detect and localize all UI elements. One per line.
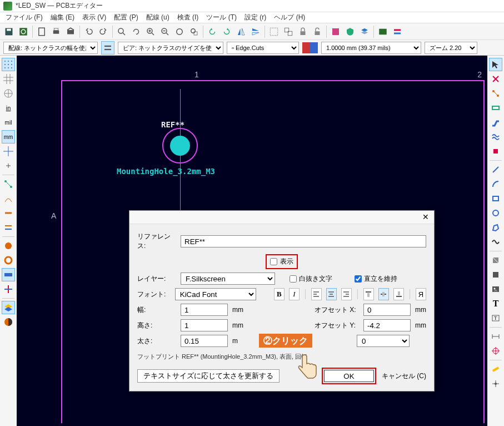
show-checkbox[interactable]	[270, 258, 277, 265]
draw-arc-icon[interactable]	[489, 177, 502, 191]
route-diff-icon[interactable]	[489, 130, 502, 143]
dialog-titlebar[interactable]: ✕	[129, 211, 434, 224]
units-mil-icon[interactable]: mil	[2, 116, 15, 129]
hide-layers-icon[interactable]	[391, 25, 404, 38]
ratsnest-curved-icon[interactable]	[2, 192, 15, 205]
menu-file[interactable]: ファイル (F)	[2, 12, 46, 23]
draw-circle-icon[interactable]	[489, 206, 502, 220]
units-in-icon[interactable]: in	[2, 101, 15, 115]
menu-view[interactable]: 表示 (V)	[79, 12, 109, 23]
unlock-icon[interactable]	[311, 25, 324, 38]
height-input[interactable]	[181, 319, 228, 331]
page-settings-icon[interactable]	[35, 25, 48, 38]
mirror-h-icon[interactable]	[234, 25, 248, 38]
plot-icon[interactable]	[64, 25, 77, 38]
print-icon[interactable]	[49, 25, 63, 38]
grid-override-icon[interactable]	[2, 72, 15, 86]
menu-tools[interactable]: ツール (T)	[203, 12, 240, 23]
valign-bot-button[interactable]	[393, 288, 404, 300]
knockout-checkbox-wrap[interactable]: 白抜き文字	[290, 274, 332, 284]
redo-icon[interactable]	[97, 25, 110, 38]
menu-place[interactable]: 配置 (P)	[111, 12, 141, 23]
set-origin-icon[interactable]	[489, 344, 502, 358]
menu-preferences[interactable]: 設定 (r)	[241, 12, 270, 23]
mirror-text-button[interactable]: Я	[416, 288, 426, 300]
valign-top-button[interactable]	[363, 288, 374, 300]
zoom-selection-icon[interactable]	[187, 25, 201, 38]
zoom-out-icon[interactable]	[158, 25, 172, 38]
draw-bezier-icon[interactable]	[489, 235, 502, 249]
local-ratsnest-icon[interactable]	[489, 87, 502, 100]
align-left-button[interactable]	[311, 288, 322, 300]
undo-icon[interactable]	[82, 25, 96, 38]
tune-length-icon[interactable]	[489, 145, 502, 158]
via-size-select[interactable]: ビア: ネットクラスのサイズを使用	[118, 42, 223, 54]
auto-thickness-button[interactable]: テキストサイズに応じて太さを更新する	[137, 369, 280, 383]
pad-display-icon[interactable]	[2, 239, 15, 252]
rotate-cw-icon[interactable]	[220, 25, 233, 38]
footprint-value-text[interactable]: MountingHole_3.2mm_M3	[117, 167, 215, 176]
refresh-icon[interactable]	[129, 25, 143, 38]
offsety-input[interactable]	[363, 319, 411, 331]
layer-select[interactable]: ▫ Edge.Cuts	[227, 42, 299, 54]
track-width-select[interactable]: 配線: ネットクラスの幅を使用	[3, 42, 98, 54]
mirror-v-icon[interactable]	[249, 25, 262, 38]
draw-line-icon[interactable]	[489, 163, 502, 176]
highlight-net-icon[interactable]	[489, 72, 502, 86]
group-icon[interactable]	[267, 25, 281, 38]
knockout-checkbox[interactable]	[290, 275, 297, 283]
board-setup-icon[interactable]	[17, 25, 30, 38]
bold-button[interactable]: B	[274, 288, 285, 300]
cursor-full-icon[interactable]	[2, 145, 15, 158]
add-text-icon[interactable]: T	[489, 297, 502, 310]
measure-icon[interactable]	[489, 363, 502, 376]
upright-checkbox[interactable]	[355, 275, 362, 283]
upright-checkbox-wrap[interactable]: 直立を維持	[355, 274, 397, 284]
units-mm-icon[interactable]: mm	[2, 130, 15, 143]
contrast-icon[interactable]	[2, 315, 15, 329]
menu-help[interactable]: ヘルプ (H)	[271, 12, 308, 23]
ungroup-icon[interactable]	[282, 25, 295, 38]
orientation-select[interactable]: 0	[357, 335, 410, 347]
zoom-in-icon[interactable]	[144, 25, 157, 38]
menu-route[interactable]: 配線 (u)	[143, 12, 173, 23]
close-icon[interactable]: ✕	[421, 212, 431, 222]
layers-manager-icon[interactable]	[358, 25, 371, 38]
zoom-select[interactable]: ズーム 2.20	[425, 42, 477, 54]
align-right-button[interactable]	[341, 288, 352, 300]
layer-pair-icon[interactable]	[302, 42, 318, 53]
add-image-icon[interactable]	[489, 283, 502, 296]
select-tool-icon[interactable]	[489, 58, 502, 71]
save-icon[interactable]	[2, 25, 16, 38]
cancel-button[interactable]: キャンセル (C)	[382, 371, 426, 381]
ratsnest-icon[interactable]	[2, 177, 15, 191]
drc-icon[interactable]	[343, 25, 357, 38]
rotate-ccw-icon[interactable]	[206, 25, 219, 38]
footprint-editor-icon[interactable]	[329, 25, 342, 38]
add-keepout-icon[interactable]	[489, 254, 502, 267]
width-input[interactable]	[181, 304, 228, 316]
net-highlight-icon[interactable]	[2, 221, 15, 234]
zone-display-icon[interactable]	[2, 283, 15, 296]
add-zone-icon[interactable]	[489, 268, 502, 281]
lock-icon[interactable]	[296, 25, 310, 38]
align-center-button[interactable]	[326, 288, 337, 300]
cursor-small-icon[interactable]	[2, 159, 15, 172]
italic-button[interactable]: I	[289, 288, 300, 300]
track-display-icon[interactable]	[2, 268, 15, 281]
layers-visible-icon[interactable]	[2, 301, 15, 314]
draw-poly-icon[interactable]	[489, 221, 502, 234]
grid-display-icon[interactable]	[2, 58, 15, 71]
thickness-input[interactable]	[181, 335, 228, 347]
find-icon[interactable]	[115, 25, 128, 38]
menu-inspect[interactable]: 検査 (I)	[174, 12, 202, 23]
auto-track-icon[interactable]	[101, 41, 114, 55]
layer-select-dialog[interactable]: F.Silkscreen	[181, 273, 275, 285]
valign-mid-button[interactable]	[378, 288, 389, 300]
scripting-icon[interactable]	[376, 25, 390, 38]
offsetx-input[interactable]	[363, 304, 411, 316]
add-textbox-icon[interactable]: T	[489, 311, 502, 325]
zoom-fit-icon[interactable]	[173, 25, 186, 38]
add-dimension-icon[interactable]	[489, 330, 502, 343]
polar-icon[interactable]	[2, 87, 15, 100]
